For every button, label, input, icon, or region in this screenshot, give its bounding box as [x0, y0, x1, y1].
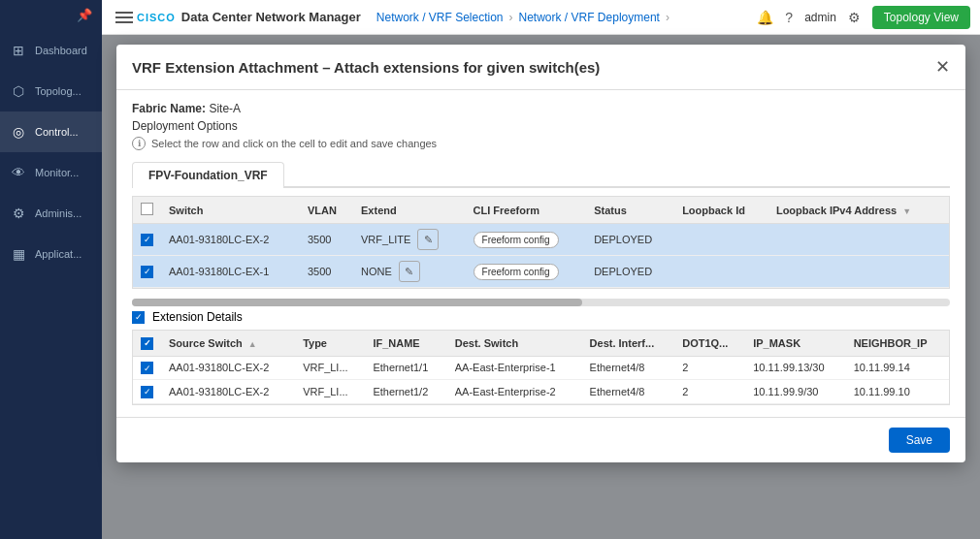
lower-th-dest-switch: Dest. Switch	[447, 331, 582, 356]
upper-col-loopback-id: Loopback Id	[682, 205, 745, 216]
monitor-icon: 👁	[10, 164, 27, 181]
source-sort-icon: ▲	[248, 339, 257, 349]
edit-extend-icon[interactable]: ✎	[399, 261, 420, 282]
pin-icon[interactable]: 📌	[77, 8, 92, 22]
lower-header-checkbox[interactable]: ✓	[141, 337, 153, 350]
upper-col-loopback-ipv4: Loopback IPv4 Address	[776, 205, 897, 216]
fabric-name-label: Fabric Name:	[132, 102, 206, 115]
lower-row-source: AA01-93180LC-EX-2	[161, 380, 295, 404]
sort-icon: ▼	[902, 206, 911, 216]
sidebar-pin: 📌	[0, 0, 102, 30]
deployment-options-label: Deployment Options	[132, 119, 950, 133]
extension-details-label: Extension Details	[152, 310, 243, 324]
extension-checkbox[interactable]: ✓	[132, 311, 145, 324]
sidebar-label-topology: Topolog...	[35, 85, 82, 97]
help-icon[interactable]: ?	[785, 10, 793, 25]
dashboard-icon: ⊞	[10, 42, 27, 59]
sidebar-label-monitor: Monitor...	[35, 167, 79, 178]
breadcrumb-sep: ›	[509, 11, 513, 24]
freeform-config-button[interactable]: Freeform config	[474, 264, 559, 280]
modal-header: VRF Extension Attachment – Attach extens…	[116, 45, 965, 90]
upper-th-vlan: VLAN	[300, 197, 353, 224]
lower-th-checkbox: ✓	[133, 331, 161, 356]
settings-icon[interactable]: ⚙	[848, 10, 861, 25]
fabric-name-row: Fabric Name: Site-A	[132, 102, 950, 115]
sidebar: 📌 ⊞ Dashboard ⬡ Topolog... ◎ Control... …	[0, 0, 102, 539]
upper-th-switch: Switch	[161, 197, 300, 224]
freeform-config-button[interactable]: Freeform config	[474, 232, 559, 248]
upper-col-switch: Switch	[169, 205, 203, 216]
bell-icon[interactable]: 🔔	[757, 10, 773, 25]
upper-table-row[interactable]: ✓ AA01-93180LC-EX-1 3500 NONE ✎ Freeform…	[133, 256, 949, 288]
upper-header-checkbox[interactable]	[141, 203, 153, 215]
lower-th-type: Type	[295, 331, 365, 356]
sidebar-item-topology[interactable]: ⬡ Topolog...	[0, 71, 102, 111]
upper-table-scrollbar[interactable]	[132, 299, 950, 306]
upper-row-checkbox-cell: ✓	[133, 256, 161, 288]
lower-table-row[interactable]: ✓ AA01-93180LC-EX-2 VRF_LI... Ethernet1/…	[133, 380, 949, 404]
lower-row-ipmask: 10.11.99.9/30	[745, 380, 845, 404]
upper-col-cli: CLI Freeform	[474, 205, 539, 216]
lower-row-type: VRF_LI...	[295, 356, 365, 380]
lower-row-checkbox[interactable]: ✓	[141, 362, 153, 374]
lower-row-dot1q: 2	[674, 380, 745, 404]
upper-th-cli: CLI Freeform	[466, 197, 587, 224]
topology-icon: ⬡	[10, 82, 27, 100]
modal: VRF Extension Attachment – Attach extens…	[116, 45, 965, 462]
upper-col-extend: Extend	[361, 205, 397, 216]
upper-row-vlan: 3500	[300, 256, 353, 288]
sidebar-item-monitor[interactable]: 👁 Monitor...	[0, 152, 102, 193]
sidebar-label-dashboard: Dashboard	[35, 45, 87, 56]
modal-close-button[interactable]: ✕	[935, 56, 950, 78]
info-row: ℹ Select the row and click on the cell t…	[132, 137, 950, 150]
upper-row-extend: VRF_LITE ✎	[353, 224, 466, 256]
lower-row-dest-switch: AA-East-Enterprise-1	[447, 356, 582, 380]
upper-th-loopback-ipv4: Loopback IPv4 Address ▼	[768, 197, 949, 224]
breadcrumb: Network / VRF Selection › Network / VRF …	[376, 11, 758, 24]
hamburger-menu[interactable]	[112, 8, 137, 27]
sidebar-item-apps[interactable]: ▦ Applicat...	[0, 234, 102, 274]
cisco-logo-text: CISCO	[137, 12, 176, 23]
upper-table: Switch VLAN Extend CLI Freeform Status L…	[133, 197, 949, 288]
breadcrumb-vrf-selection[interactable]: Network / VRF Selection	[376, 11, 504, 24]
edit-extend-icon[interactable]: ✎	[417, 229, 439, 250]
admin-icon: ⚙	[10, 205, 27, 222]
upper-th-loopback-id: Loopback Id	[674, 197, 768, 224]
upper-row-checkbox-cell: ✓	[133, 224, 161, 256]
lower-row-dest-interf: Ethernet4/8	[582, 380, 675, 404]
upper-row-checkbox[interactable]: ✓	[141, 234, 153, 246]
tabs-container: FPV-Foundation_VRF	[132, 160, 950, 188]
sidebar-item-control[interactable]: ◎ Control...	[0, 111, 102, 152]
sidebar-label-admin: Adminis...	[35, 207, 82, 219]
upper-row-status: DEPLOYED	[586, 224, 674, 256]
upper-table-container: Switch VLAN Extend CLI Freeform Status L…	[132, 196, 950, 289]
modal-footer: Save	[116, 417, 965, 462]
upper-row-loopback-ipv4	[768, 256, 949, 288]
lower-row-ifname: Ethernet1/2	[365, 380, 446, 404]
breadcrumb-vrf-deployment[interactable]: Network / VRF Deployment	[519, 11, 660, 24]
lower-th-ipmask: IP_MASK	[745, 331, 845, 356]
sidebar-label-apps: Applicat...	[35, 248, 82, 260]
control-icon: ◎	[10, 123, 27, 141]
sidebar-item-admin[interactable]: ⚙ Adminis...	[0, 193, 102, 234]
upper-table-row[interactable]: ✓ AA01-93180LC-EX-2 3500 VRF_LITE ✎ Free…	[133, 224, 949, 256]
app-logo: CISCO Data Center Network Manager	[137, 10, 361, 24]
save-button[interactable]: Save	[889, 428, 950, 453]
upper-row-switch: AA01-93180LC-EX-2	[161, 224, 300, 256]
upper-row-loopback-id	[674, 256, 768, 288]
upper-th-status: Status	[586, 197, 674, 224]
lower-table-row[interactable]: ✓ AA01-93180LC-EX-2 VRF_LI... Ethernet1/…	[133, 356, 949, 380]
tab-fpv-foundation[interactable]: FPV-Foundation_VRF	[132, 162, 284, 188]
sidebar-item-dashboard[interactable]: ⊞ Dashboard	[0, 30, 102, 71]
modal-body: Fabric Name: Site-A Deployment Options ℹ…	[116, 90, 965, 417]
info-icon: ℹ	[132, 137, 146, 150]
user-name: admin	[804, 11, 836, 24]
lower-th-dest-interf: Dest. Interf...	[582, 331, 675, 356]
topology-view-button[interactable]: Topology View	[872, 6, 970, 29]
fabric-name-value: Site-A	[209, 102, 241, 115]
navbar: CISCO Data Center Network Manager Networ…	[102, 0, 980, 35]
upper-row-checkbox[interactable]: ✓	[141, 266, 153, 278]
lower-row-checkbox[interactable]: ✓	[141, 386, 153, 398]
lower-table-header-row: ✓ Source Switch ▲ Type IF_NAME Dest. Swi…	[133, 331, 949, 356]
breadcrumb-sep2: ›	[666, 11, 670, 24]
